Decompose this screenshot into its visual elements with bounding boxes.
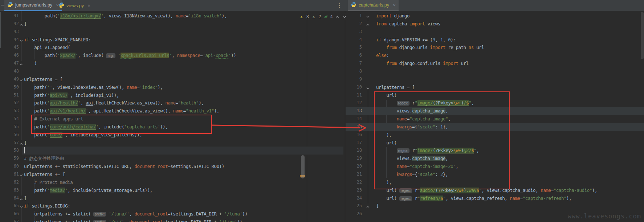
line-number: 2: [346, 20, 362, 28]
text-caret: [24, 147, 25, 153]
code-line: urlpatterns += static( prefix: '/luna/',…: [24, 210, 247, 218]
code-line: else:: [376, 52, 389, 59]
annotation-box-captcha-include: [31, 115, 212, 134]
line-number: 67: [0, 218, 19, 222]
fold-start-icon[interactable]: [19, 38, 23, 42]
pane-splitter[interactable]: [345, 11, 345, 222]
line-number: 11: [346, 91, 362, 99]
editor-tab-bar: jumpserver\urls.py ✕ views.py ✕ ⋮ captch…: [0, 0, 644, 11]
code-line: urlpatterns += static( prefix: '/ui/', d…: [24, 218, 242, 222]
line-number: 13: [346, 107, 362, 115]
passed-checks-icon: ✔✔: [324, 15, 325, 19]
line-number: 49: [0, 75, 19, 83]
fold-start-icon[interactable]: [366, 14, 370, 18]
line-number: 58: [0, 147, 19, 155]
code-line: # Protect media: [24, 178, 73, 186]
line-number: 15: [346, 123, 362, 131]
line-number: 64: [0, 194, 19, 202]
code-line: path('', views.IndexView.as_view(), name…: [24, 83, 163, 91]
fold-end-icon[interactable]: [366, 204, 370, 208]
code-line: if settings.XPACK_ENABLED:: [24, 36, 91, 44]
next-issue-chevron-down-icon[interactable]: [342, 14, 346, 19]
fold-end-icon[interactable]: [19, 22, 23, 26]
line-number: 22: [346, 178, 362, 186]
line-number: 53: [0, 107, 19, 115]
code-line: path('i18n/<str:lang>/', views.I18NView.…: [24, 12, 227, 20]
line-number: 42: [0, 20, 19, 28]
scrollbar-thumb[interactable]: [301, 155, 305, 178]
line-number: 55: [0, 123, 19, 131]
line-number: 12: [346, 99, 362, 107]
code-line: ): [24, 59, 37, 67]
code-line: path('media/', include(private_storage.u…: [24, 186, 152, 194]
line-number: 56: [0, 131, 19, 139]
line-number: 52: [0, 99, 19, 107]
line-number: 57: [0, 139, 19, 147]
passed-count: 4: [330, 14, 333, 19]
code-line: urlpatterns = [: [24, 75, 62, 83]
code-line: ]: [376, 202, 379, 210]
line-number: 8: [346, 67, 362, 75]
line-number: 43: [0, 28, 19, 36]
line-number: 19: [346, 155, 362, 163]
tab-options-kebab-icon[interactable]: ⋮: [336, 1, 342, 10]
fold-end-icon[interactable]: [19, 196, 23, 200]
tab-views-py[interactable]: views.py ✕: [56, 0, 93, 11]
code-line: from django.urls import re_path as url: [376, 44, 484, 52]
fold-end-icon[interactable]: [19, 61, 23, 65]
fold-end-icon[interactable]: [366, 22, 370, 26]
code-line: api_v1.append(: [24, 44, 70, 52]
inspections-widget[interactable]: ▲! 3 ▲! 2 ✔✔ 4: [298, 13, 348, 20]
fold-start-icon[interactable]: [19, 204, 23, 208]
tab-label: jumpserver\urls.py: [15, 3, 52, 8]
fold-start-icon[interactable]: [366, 85, 370, 89]
code-line: ]: [24, 194, 27, 202]
line-number: 47: [0, 59, 19, 67]
code-line: url( regex: r"refresh/$", views.captcha_…: [376, 194, 571, 203]
warning-icon: ▲!: [299, 15, 303, 19]
annotation-box-captcha-patterns: [374, 91, 510, 189]
scrollbar-thumb[interactable]: [641, 12, 644, 59]
line-number: 14: [346, 115, 362, 123]
line-number: 23: [346, 186, 362, 194]
line-number: 50: [0, 83, 19, 91]
line-number: 62: [0, 178, 19, 186]
code-line: # 静态文件处理路由: [24, 155, 64, 163]
fold-start-icon[interactable]: [19, 172, 23, 176]
warning-count: 3: [306, 14, 309, 19]
weak-warning-icon: ▲!: [312, 15, 316, 19]
line-number: 26: [346, 210, 362, 218]
prev-issue-chevron-up-icon[interactable]: [335, 14, 339, 19]
line-number: 18: [346, 147, 362, 155]
ide-window: jumpserver\urls.py ✕ views.py ✕ ⋮ captch…: [0, 0, 644, 222]
fold-start-icon[interactable]: [19, 77, 23, 81]
line-number: 59: [0, 155, 19, 163]
line-number: 66: [0, 210, 19, 218]
line-number: 21: [346, 170, 362, 178]
fold-end-icon[interactable]: [19, 141, 23, 145]
line-number: 48: [0, 67, 19, 75]
tab-captcha-urls[interactable]: captcha\urls.py ✕: [348, 0, 399, 11]
python-file-icon: [7, 2, 13, 9]
code-line: if django.VERSION >= (3, 1, 0):: [376, 36, 456, 44]
code-line: if settings.DEBUG:: [24, 202, 70, 210]
python-file-icon: [351, 2, 356, 9]
code-line: path('xpack/', include( arg: 'xpack.urls…: [24, 52, 236, 60]
code-line: ]: [24, 139, 27, 147]
tab-jumpserver-urls[interactable]: jumpserver\urls.py ✕: [4, 0, 62, 11]
line-number: 25: [346, 202, 362, 210]
close-icon[interactable]: ✕: [393, 3, 396, 7]
code-line: path('api/v1/health/', api.HealthCheckVi…: [24, 107, 219, 115]
line-number: 7: [346, 59, 362, 67]
line-number: 63: [0, 186, 19, 194]
line-number: 16: [346, 131, 362, 139]
line-number: 51: [0, 91, 19, 99]
close-icon[interactable]: ✕: [87, 4, 90, 8]
python-file-icon: [58, 2, 64, 9]
code-line: path('api/health/', api.HealthCheckView.…: [24, 99, 204, 107]
line-number: 60: [0, 163, 19, 170]
line-number: 4: [346, 36, 362, 44]
line-number: 17: [346, 139, 362, 147]
code-line: urlpatterns += static(settings.STATIC_UR…: [24, 163, 224, 170]
code-line: import django: [376, 12, 409, 20]
